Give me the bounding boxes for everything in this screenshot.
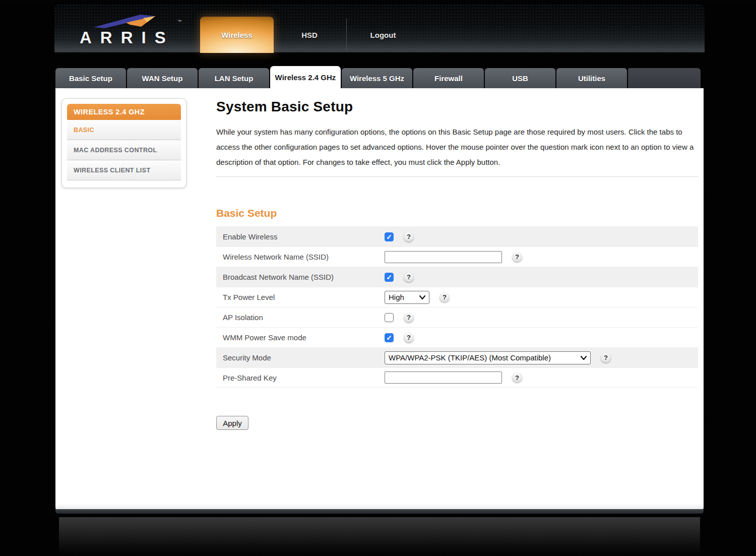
chevron-down-icon: [581, 356, 587, 360]
field-control: ?: [385, 372, 522, 384]
select-value: WPA/WPA2-PSK (TKIP/AES) (Most Compatible…: [389, 353, 551, 362]
top-header: ™ ARRIS Wireless HSD Logout: [54, 4, 705, 53]
nav-item-logout[interactable]: Logout: [353, 17, 413, 53]
form-row-security-mode: Security Mode WPA/WPA2-PSK (TKIP/AES) (M…: [216, 347, 698, 367]
question-mark-icon[interactable]: ?: [404, 333, 414, 343]
ssid-input[interactable]: [385, 251, 502, 263]
basic-setup-form: Enable Wireless ? Wireless Network Name …: [216, 226, 698, 388]
field-control: ?: [385, 333, 414, 343]
chevron-down-icon: [419, 295, 425, 299]
section-title: Basic Setup: [216, 207, 698, 219]
field-label: WMM Power Save mode: [216, 333, 385, 342]
field-label: Enable Wireless: [216, 232, 385, 241]
page-description: While your system has many configuration…: [216, 125, 698, 170]
page-title: System Basic Setup: [216, 99, 698, 115]
tab-wireless-24ghz[interactable]: Wireless 2.4 GHz: [270, 66, 341, 88]
trademark-mark: ™: [177, 19, 181, 24]
sidebar-menu: WIRELESS 2.4 GHZ BASIC MAC ADDRESS CONTR…: [61, 98, 186, 188]
field-label: Broadcast Network Name (SSID): [216, 273, 385, 281]
question-mark-icon[interactable]: ?: [601, 353, 611, 363]
content-panel: WIRELESS 2.4 GHZ BASIC MAC ADDRESS CONTR…: [55, 88, 704, 511]
question-mark-icon[interactable]: ?: [439, 292, 450, 302]
nav-item-wireless[interactable]: Wireless: [200, 17, 274, 53]
sidebar-header: WIRELESS 2.4 GHZ: [67, 104, 181, 120]
field-control: High ?: [385, 291, 450, 304]
arris-swoosh-icon: [94, 14, 158, 29]
nav-item-label: Wireless: [221, 31, 253, 39]
form-row-wmm-power-save: WMM Power Save mode ?: [216, 327, 698, 347]
field-control: WPA/WPA2-PSK (TKIP/AES) (Most Compatible…: [385, 351, 611, 364]
question-mark-icon[interactable]: ?: [404, 272, 414, 282]
wmm-power-save-checkbox[interactable]: [385, 333, 394, 342]
nav-item-hsd[interactable]: HSD: [279, 17, 340, 53]
tab-basic-setup[interactable]: Basic Setup: [55, 68, 126, 88]
field-label: Tx Power Level: [216, 293, 385, 301]
tab-strip-filler: [628, 68, 701, 88]
question-mark-icon[interactable]: ?: [512, 252, 522, 262]
apply-button[interactable]: Apply: [216, 416, 248, 430]
broadcast-ssid-checkbox[interactable]: [385, 273, 394, 282]
field-label: Wireless Network Name (SSID): [216, 253, 385, 261]
form-row-ap-isolation: AP Isolation ?: [216, 307, 698, 327]
sidebar-item-basic[interactable]: BASIC: [67, 120, 181, 140]
question-mark-icon[interactable]: ?: [404, 313, 414, 323]
field-label: Pre-Shared Key: [216, 374, 385, 382]
tab-strip: Basic Setup WAN Setup LAN Setup Wireless…: [55, 68, 701, 88]
tab-wireless-5ghz[interactable]: Wireless 5 GHz: [342, 68, 412, 88]
form-row-ssid: Wireless Network Name (SSID) ?: [216, 246, 698, 267]
enable-wireless-checkbox[interactable]: [385, 232, 394, 241]
ap-isolation-checkbox[interactable]: [385, 313, 394, 322]
tab-utilities[interactable]: Utilities: [556, 68, 627, 88]
form-row-pre-shared-key: Pre-Shared Key ?: [216, 367, 698, 388]
tab-lan-setup[interactable]: LAN Setup: [199, 68, 269, 88]
bottom-reflection: [59, 517, 700, 556]
sidebar-item-mac-address-control[interactable]: MAC ADDRESS CONTROL: [67, 140, 181, 160]
security-mode-select[interactable]: WPA/WPA2-PSK (TKIP/AES) (Most Compatible…: [385, 351, 591, 364]
field-control: ?: [385, 232, 414, 242]
divider: [216, 176, 698, 177]
tab-wan-setup[interactable]: WAN Setup: [127, 68, 198, 88]
select-value: High: [389, 293, 404, 301]
arris-logo: ™ ARRIS: [80, 13, 185, 48]
form-row-broadcast-ssid: Broadcast Network Name (SSID) ?: [216, 267, 698, 287]
tx-power-select[interactable]: High: [385, 291, 429, 304]
brand-name: ARRIS: [80, 28, 174, 47]
main-section: System Basic Setup While your system has…: [216, 88, 698, 430]
page: ™ ARRIS Wireless HSD Logout Basic Setup …: [0, 0, 756, 556]
form-row-enable-wireless: Enable Wireless ?: [216, 226, 698, 246]
nav-divider: [346, 18, 347, 51]
question-mark-icon[interactable]: ?: [512, 373, 522, 383]
field-control: ?: [385, 251, 522, 263]
question-mark-icon[interactable]: ?: [404, 232, 414, 242]
pre-shared-key-input[interactable]: [385, 372, 502, 384]
field-control: ?: [385, 272, 414, 282]
tab-firewall[interactable]: Firewall: [413, 68, 484, 88]
sidebar-item-wireless-client-list[interactable]: WIRELESS CLIENT LIST: [67, 160, 181, 180]
content-bottom-edge: [55, 509, 704, 514]
tab-usb[interactable]: USB: [485, 68, 555, 88]
form-row-tx-power: Tx Power Level High ?: [216, 287, 698, 307]
field-label: AP Isolation: [216, 313, 385, 322]
field-control: ?: [385, 313, 414, 323]
field-label: Security Mode: [216, 353, 385, 362]
